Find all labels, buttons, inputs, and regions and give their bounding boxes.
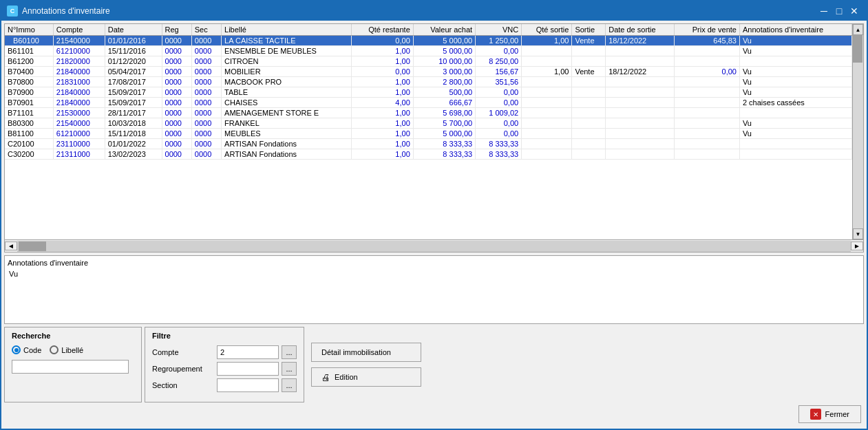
cell-nimmo: B60100 (5, 36, 53, 46)
cell-vnc: 0,00 (476, 98, 522, 108)
cell-date-sortie (606, 46, 675, 56)
cell-sortie (572, 118, 606, 129)
close-button[interactable]: ✕ (847, 4, 861, 18)
filtre-compte-row: Compte ... (152, 345, 297, 359)
scroll-left-button[interactable]: ◄ (5, 241, 17, 250)
filtre-compte-browse[interactable]: ... (282, 345, 297, 359)
cell-qte-restante: 1,00 (351, 118, 413, 129)
cell-nimmo: B80300 (5, 118, 53, 129)
filtre-section-input[interactable] (217, 378, 279, 392)
scroll-up-button[interactable]: ▲ (853, 24, 863, 35)
scroll-right-button[interactable]: ► (851, 241, 863, 250)
table-row[interactable]: B612002182000001/12/202000000000CITROEN1… (5, 56, 852, 67)
table-row[interactable]: B811006121000015/11/201800000000MEUBLES1… (5, 129, 852, 139)
cell-vnc: 351,56 (476, 77, 522, 87)
radio-libelle-label: Libellé (61, 346, 83, 354)
fermer-button[interactable]: ✕ Fermer (798, 405, 861, 423)
cell-qte-sortie (522, 77, 572, 87)
filtre-regroupement-browse[interactable]: ... (282, 362, 297, 376)
cell-reg: 0000 (162, 98, 191, 108)
table-row[interactable]: B803002154000010/03/201800000000FRANKEL1… (5, 118, 852, 129)
cell-vnc: 156,67 (476, 67, 522, 77)
cell-reg: 0000 (162, 36, 191, 46)
cell-compte: 21840000 (53, 67, 105, 77)
cell-libelle: CITROEN (222, 56, 352, 67)
cell-vnc: 0,00 (476, 87, 522, 98)
cell-valeur-achat: 2 800,00 (413, 77, 475, 87)
col-libelle: Libellé (222, 24, 352, 36)
recherche-panel: Recherche Code Libellé (4, 327, 142, 402)
scroll-thumb[interactable] (853, 35, 862, 63)
table-row[interactable]: B708002183100017/08/201700000000MACBOOK … (5, 77, 852, 87)
cell-date: 13/02/2023 (105, 149, 162, 160)
h-scroll-thumb[interactable] (19, 241, 46, 251)
search-input[interactable] (12, 360, 129, 374)
table-row[interactable]: C302002131100013/02/202300000000ARTISAN … (5, 149, 852, 160)
cell-sec: 0000 (191, 118, 221, 129)
cell-annotations (739, 149, 851, 160)
radio-libelle[interactable]: Libellé (50, 345, 83, 354)
cell-nimmo: B70901 (5, 98, 53, 108)
cell-libelle: LA CAISSE TACTILE (222, 36, 352, 46)
table-row[interactable]: B709012184000015/09/201700000000CHAISES4… (5, 98, 852, 108)
cell-compte: 21840000 (53, 98, 105, 108)
cell-nimmo: B70800 (5, 77, 53, 87)
detail-immobilisation-button[interactable]: Détail immobilisation (311, 343, 421, 362)
cell-qte-sortie: 1,00 (522, 36, 572, 46)
cell-qte-restante: 1,00 (351, 46, 413, 56)
h-scroll-track[interactable] (17, 241, 851, 252)
cell-date-sortie: 18/12/2022 (606, 67, 675, 77)
cell-prix-vente (675, 139, 740, 149)
cell-prix-vente: 645,83 (675, 36, 740, 46)
filtre-regroupement-input[interactable] (217, 362, 279, 376)
col-annotations: Annotations d'inventaire (739, 24, 851, 36)
table-row[interactable]: B711012153000028/11/201700000000AMENAGEM… (5, 108, 852, 118)
radio-libelle-circle[interactable] (50, 345, 59, 354)
cell-compte: 21831000 (53, 77, 105, 87)
cell-valeur-achat: 5 000,00 (413, 129, 475, 139)
table-row[interactable]: B611016121000015/11/201600000000ENSEMBLE… (5, 46, 852, 56)
col-date: Date (105, 24, 162, 36)
cell-vnc: 8 333,33 (476, 139, 522, 149)
scroll-down-button[interactable]: ▼ (853, 228, 863, 239)
cell-qte-sortie (522, 118, 572, 129)
cell-compte: 21540000 (53, 36, 105, 46)
app-icon: C (7, 6, 18, 17)
cell-prix-vente (675, 77, 740, 87)
maximize-button[interactable]: □ (832, 4, 846, 18)
cell-valeur-achat: 8 333,33 (413, 139, 475, 149)
minimize-button[interactable]: ─ (817, 4, 831, 18)
cell-prix-vente (675, 149, 740, 160)
cell-prix-vente (675, 46, 740, 56)
edition-button[interactable]: 🖨 Edition (311, 367, 421, 387)
filtre-compte-input[interactable] (217, 345, 279, 359)
radio-code[interactable]: Code (12, 345, 41, 354)
cell-reg: 0000 (162, 149, 191, 160)
scroll-track[interactable] (853, 35, 863, 228)
cell-valeur-achat: 8 333,33 (413, 149, 475, 160)
table-row[interactable]: B709002184000015/09/201700000000TABLE1,0… (5, 87, 852, 98)
cell-compte: 21540000 (53, 118, 105, 129)
cell-sortie (572, 139, 606, 149)
col-compte: Compte (53, 24, 105, 36)
radio-code-circle[interactable] (12, 345, 21, 354)
vertical-scrollbar[interactable]: ▲ ▼ (852, 24, 863, 239)
edition-label: Edition (335, 373, 358, 381)
table-wrapper[interactable]: N°Immo Compte Date Reg Sec Libellé Qté r… (5, 24, 852, 239)
cell-vnc: 0,00 (476, 129, 522, 139)
cell-libelle: ARTISAN Fondations (222, 139, 352, 149)
cell-reg: 0000 (162, 46, 191, 56)
inventory-table: N°Immo Compte Date Reg Sec Libellé Qté r… (5, 24, 852, 160)
cell-nimmo: B70400 (5, 67, 53, 77)
table-row[interactable]: B601002154000001/01/201600000000LA CAISS… (5, 36, 852, 46)
col-sortie: Sortie (572, 24, 606, 36)
horizontal-scrollbar[interactable]: ◄ ► (5, 239, 863, 252)
cell-nimmo: B71101 (5, 108, 53, 118)
cell-qte-sortie (522, 46, 572, 56)
table-row[interactable]: C201002311000001/01/202200000000ARTISAN … (5, 139, 852, 149)
cell-annotations: Vu (739, 129, 851, 139)
cell-date-sortie (606, 98, 675, 108)
table-row[interactable]: B704002184000005/04/201700000000MOBILIER… (5, 67, 852, 77)
cell-valeur-achat: 500,00 (413, 87, 475, 98)
filtre-section-browse[interactable]: ... (282, 378, 297, 392)
